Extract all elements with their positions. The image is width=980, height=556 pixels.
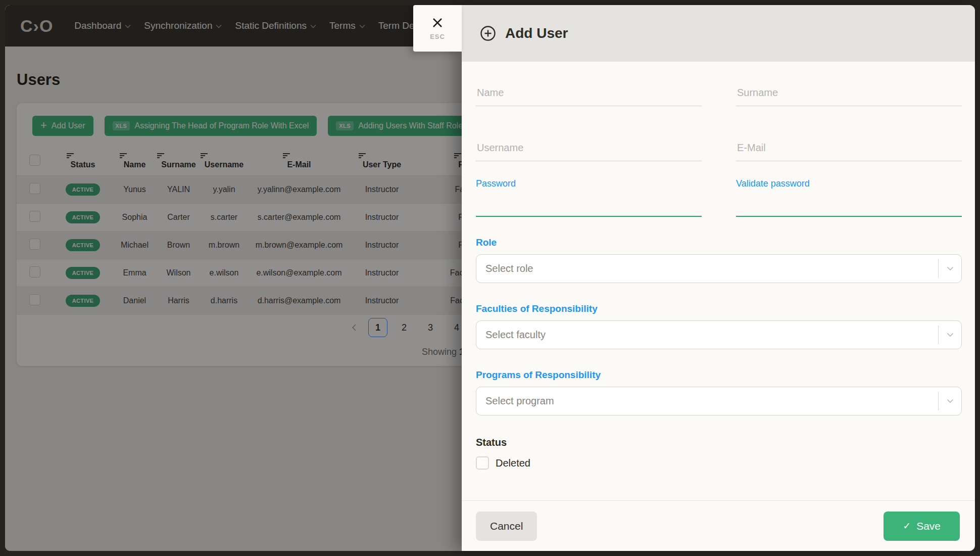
password-label: Password (476, 178, 702, 189)
add-user-drawer: Add User Password Validate pas (462, 5, 975, 551)
validate-password-label: Validate password (736, 178, 962, 189)
plus-circle-icon (480, 25, 496, 41)
role-select[interactable]: Select role (476, 254, 962, 283)
cancel-button[interactable]: Cancel (476, 512, 537, 541)
username-input[interactable] (476, 142, 702, 161)
chevron-down-icon (947, 333, 954, 337)
status-section-label: Status (476, 437, 962, 448)
program-select-placeholder: Select program (485, 395, 554, 407)
drawer-close-button[interactable]: ESC (413, 5, 462, 52)
email-input[interactable] (736, 142, 962, 161)
programs-label: Programs of Responsibility (476, 369, 962, 381)
close-icon (431, 17, 444, 29)
deleted-checkbox[interactable] (476, 456, 489, 470)
drawer-header: Add User (462, 5, 975, 62)
chevron-down-icon (947, 266, 954, 271)
faculties-label: Faculties of Responsibility (476, 303, 962, 314)
program-select[interactable]: Select program (476, 387, 962, 415)
role-label: Role (476, 237, 962, 248)
validate-password-input[interactable] (736, 193, 962, 205)
role-select-placeholder: Select role (485, 263, 533, 274)
check-icon: ✓ (903, 520, 911, 532)
deleted-checkbox-label: Deleted (496, 457, 530, 469)
chevron-down-icon (947, 399, 954, 403)
esc-label: ESC (430, 33, 445, 40)
surname-input[interactable] (736, 87, 962, 106)
faculty-select[interactable]: Select faculty (476, 320, 962, 349)
drawer-footer: Cancel ✓ Save (462, 500, 975, 551)
save-button[interactable]: ✓ Save (884, 512, 960, 541)
drawer-title: Add User (505, 25, 568, 41)
save-button-label: Save (916, 520, 941, 532)
drawer-form: Password Validate password Role Select r… (462, 62, 975, 500)
faculty-select-placeholder: Select faculty (485, 329, 546, 341)
password-input[interactable] (476, 193, 702, 205)
name-input[interactable] (476, 87, 702, 106)
